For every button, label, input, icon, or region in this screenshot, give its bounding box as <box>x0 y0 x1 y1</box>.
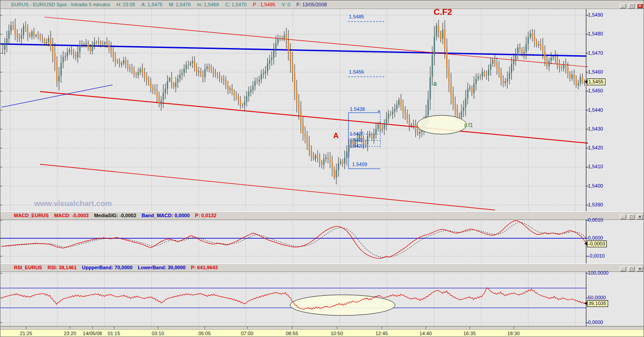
header-segment: A: 1,5475 <box>141 2 162 7</box>
header-segment: m: 1,5469 <box>197 2 219 7</box>
header-segment: V: 0 <box>282 2 290 7</box>
price-axis-label: 1,5490 <box>588 12 603 18</box>
macd-axis-label: 0,0010 <box>588 217 603 223</box>
rsi-value-box: 39,1035 <box>587 300 608 307</box>
rsi-maximize-button[interactable]: □ <box>628 267 635 271</box>
price-axis-label: 1,5460 <box>588 69 603 74</box>
time-axis-label: 21:25 <box>20 331 32 336</box>
time-axis-tick <box>92 327 93 329</box>
macd-panel-header: MACD_EURUSMACD: -0,0003MediaSIG: -0,0002… <box>0 211 644 220</box>
time-axis-tick <box>247 327 248 329</box>
main-plot-area[interactable] <box>0 9 644 211</box>
time-axis-tick <box>382 327 382 329</box>
header-segment: H: 23:05 <box>117 2 135 7</box>
header-segment: LowerBand: 30,0000 <box>138 265 185 270</box>
price-level-label: 1.5485 <box>349 14 364 19</box>
header-segment: C: 1,5470 <box>225 2 247 7</box>
macd-close-icon[interactable]: × <box>637 214 643 219</box>
price-axis-label: 1,5450 <box>588 88 603 93</box>
watermark: www.visualchart.com <box>34 199 112 208</box>
time-axis-tick <box>26 327 26 329</box>
time-axis-label: 08:55 <box>286 331 298 336</box>
maximize-button[interactable]: □ <box>628 4 635 9</box>
price-axis-label: 1,5420 <box>588 145 603 150</box>
header-segment: RSI_EURUS <box>14 265 42 270</box>
macd-maximize-button[interactable]: □ <box>628 214 635 219</box>
header-segment: P: 641,9643 <box>191 265 218 270</box>
time-axis-label: 23:20 <box>64 331 76 336</box>
rsi-close-icon[interactable]: × <box>637 267 643 271</box>
chart-window: www.visualchart.com1.54851.54561.54381.5… <box>0 0 644 337</box>
title-bar: EURUS - EUR/USD Spot - Intradia 5 minuto… <box>0 0 644 9</box>
macd-header-text: MACD_EURUSMACD: -0,0003MediaSIG: -0,0002… <box>0 213 222 218</box>
price-axis-label: 1,5470 <box>588 50 603 56</box>
header-segment: P: 0,0132 <box>195 213 217 218</box>
price-level-label: 1.5456 <box>349 69 364 74</box>
macd-axis-label: 0,0000 <box>588 235 603 241</box>
window-controls: _ □ × <box>619 1 643 7</box>
time-axis-label: 16:35 <box>463 331 476 336</box>
price-axis-label: 1,5390 <box>588 202 603 207</box>
time-axis-label: 14/05/08 <box>83 331 102 336</box>
rsi-axis-label: 0,0000 <box>588 319 603 325</box>
header-segment: F: 13/05/2008 <box>296 2 327 7</box>
header-segment: UppperBand: 70,0000 <box>82 265 132 270</box>
time-axis-tick <box>513 327 514 329</box>
annotation-a-lower: a <box>433 80 437 87</box>
time-axis-label: 05:05 <box>198 331 211 336</box>
time-axis-label: 03:10 <box>152 331 164 336</box>
header-segment: MediaSIG: -0,0002 <box>94 213 136 218</box>
time-axis-tick <box>292 327 292 329</box>
time-axis-tick <box>114 327 114 329</box>
time-axis-tick <box>426 327 426 329</box>
bracket-top-label: 1.5438 <box>350 106 365 112</box>
bracket-bottom-label: 1.5409 <box>352 162 367 167</box>
rsi-window-controls: _ □ × <box>619 265 643 270</box>
time-axis-label: 12:45 <box>375 331 388 336</box>
chart-canvas[interactable]: www.visualchart.com1.54851.54561.54381.5… <box>0 0 644 337</box>
close-icon[interactable]: × <box>637 4 643 9</box>
title-text: EURUS - EUR/USD Spot - Intradia 5 minuto… <box>0 2 333 7</box>
time-axis-label: 10:50 <box>331 331 343 336</box>
time-axis-label: 14:40 <box>419 331 432 336</box>
annotation-cf1: c.f1 <box>464 122 473 128</box>
price-axis-label: 1,5480 <box>588 31 603 36</box>
header-segment: MACD_EURUS <box>14 213 49 218</box>
rsi-header-text: RSI_EURUSRSI: 38,1461UppperBand: 70,0000… <box>0 265 223 270</box>
price-axis-label: 1,5400 <box>588 183 603 188</box>
rsi-panel-header: RSI_EURUSRSI: 38,1461UppperBand: 70,0000… <box>0 263 644 272</box>
price-axis-label: 1,5440 <box>588 107 603 113</box>
price-axis-label: 1,5430 <box>588 126 603 131</box>
header-segment: RSI: 38,1461 <box>48 265 77 270</box>
last-price-box: 1,5455 <box>587 79 605 85</box>
macd-window-controls: _ □ × <box>619 213 643 218</box>
time-axis-tick <box>70 327 70 329</box>
macd-value-box: -0,0003 <box>587 241 607 247</box>
time-axis-label: 07:00 <box>241 331 253 336</box>
time-axis-tick <box>158 327 158 329</box>
rsi-axis-label: 100,0000 <box>588 270 609 276</box>
header-segment: MACD: -0,0003 <box>54 213 89 218</box>
macd-axis-label: -0,0010 <box>588 253 605 258</box>
header-segment: M: 1,5476 <box>169 2 191 7</box>
time-axis-label: 18:30 <box>507 331 520 336</box>
price-axis-label: 1,5410 <box>588 164 603 169</box>
minimize-button[interactable]: _ <box>620 4 626 9</box>
header-segment: EURUS - EUR/USD Spot - Intradia 5 minuto… <box>11 2 110 7</box>
highlight-ellipse <box>417 115 466 134</box>
time-axis-label: 01:15 <box>108 331 120 336</box>
rsi-minimize-button[interactable]: _ <box>620 267 626 271</box>
macd-plot-area[interactable] <box>0 219 644 263</box>
annotation-a-upper: A <box>333 131 339 140</box>
time-axis-tick <box>337 327 337 329</box>
header-segment: Band_MACD: 0,0000 <box>142 213 190 218</box>
macd-minimize-button[interactable]: _ <box>620 214 626 219</box>
rsi-axis-label: 50,0000 <box>588 295 606 300</box>
time-axis-tick <box>470 327 470 329</box>
header-segment: P : 1,5495 <box>253 2 275 7</box>
time-axis-tick <box>205 327 205 329</box>
